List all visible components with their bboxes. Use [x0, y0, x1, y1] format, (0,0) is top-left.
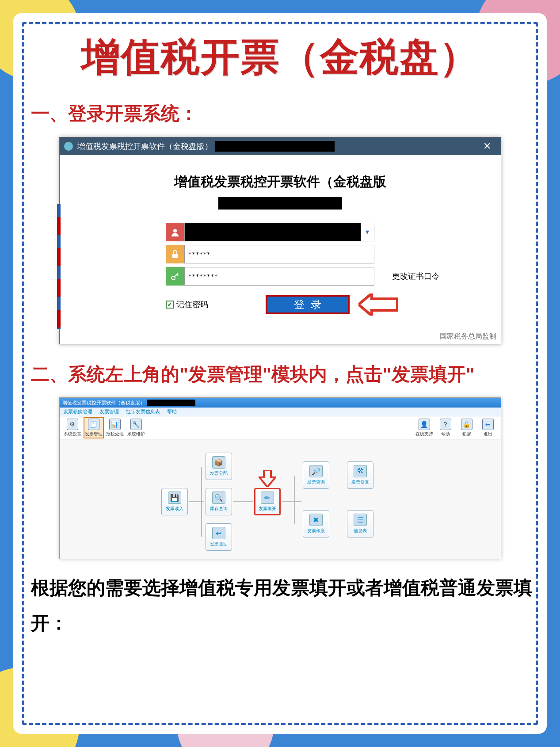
node-invoice-void[interactable]: ✖发票作废 — [303, 510, 329, 537]
node-invoice-query[interactable]: 🔎发票查询 — [303, 461, 329, 489]
password-row — [166, 245, 488, 263]
node-invoice-fill[interactable]: ✏发票填开 — [254, 488, 281, 515]
node-invoice-dist[interactable]: 📦发票分配 — [206, 453, 232, 480]
toolbar-system-maint[interactable]: 🔧系统维护 — [126, 417, 146, 438]
lock-icon — [166, 245, 184, 263]
menu-item[interactable]: 帮助 — [167, 408, 177, 415]
key-icon — [166, 267, 184, 286]
toolbar-help[interactable]: ?帮助 — [435, 417, 456, 438]
module-window: 增值税发票税控开票软件（金税盘版） 发票领购管理 发票管理 红字发票信息表 帮助… — [59, 397, 501, 559]
arrow-left-icon — [358, 293, 398, 316]
redacted-block — [215, 141, 335, 152]
svg-point-0 — [173, 229, 177, 232]
redacted-block — [147, 400, 195, 406]
cert-input[interactable] — [184, 267, 374, 286]
window-title: 增值税发票税控开票软件（金税盘版） — [77, 141, 213, 152]
module-canvas: 💾发票读入 📦发票分配 🔍库存查询 ↩发票退回 ✏发票填开 🔎发票查询 ✖发票作… — [60, 439, 501, 559]
redacted-block — [218, 197, 342, 210]
window-titlebar: 增值税发票税控开票软件（金税盘版） ✕ — [60, 137, 501, 155]
node-invoice-return[interactable]: ↩发票退回 — [206, 523, 232, 551]
close-icon[interactable]: ✕ — [478, 141, 496, 152]
toolbar-system-settings[interactable]: ⚙系统设置 — [62, 417, 83, 438]
arrow-down-icon — [259, 470, 276, 487]
svg-point-2 — [171, 276, 175, 280]
cert-row: 更改证书口令 — [166, 267, 488, 286]
toolbar-invoice-manage[interactable]: 🧾发票管理 — [84, 417, 104, 438]
username-row: ▾ — [166, 223, 488, 241]
module-menu: 发票领购管理 发票管理 红字发票信息表 帮助 — [60, 408, 501, 416]
menu-item[interactable]: 发票管理 — [99, 408, 119, 415]
change-cert-link[interactable]: 更改证书口令 — [392, 271, 440, 282]
node-invoice-repair[interactable]: 🛠发票修复 — [347, 461, 373, 489]
node-info-table[interactable]: ☰信息表 — [347, 510, 373, 537]
password-input[interactable] — [184, 245, 374, 263]
module-toolbar: ⚙系统设置 🧾发票管理 📊报税处理 🔧系统维护 👤在线支持 ?帮助 🔒锁屏 ⬅退… — [60, 416, 501, 439]
user-icon — [166, 223, 184, 241]
menu-item[interactable]: 红字发票信息表 — [126, 408, 160, 415]
section-heading-1: 一、登录开票系统： — [31, 97, 533, 130]
toolbar-tax-process[interactable]: 📊报税处理 — [105, 417, 125, 438]
footer-note: 国家税务总局监制 — [60, 329, 501, 344]
section-heading-2: 二、系统左上角的"发票管理"模块内，点击"发票填开" — [31, 358, 533, 391]
decor-strip — [57, 204, 61, 329]
remember-label: 记住密码 — [176, 299, 208, 310]
module-title: 增值税发票税控开票软件（金税盘版） — [62, 400, 145, 406]
login-window: 增值税发票税控开票软件（金税盘版） ✕ 增值税发票税控开票软件（金税盘版 ▾ — [59, 137, 501, 344]
content-card: 增值税开票（金税盘） 一、登录开票系统： 增值税发票税控开票软件（金税盘版） ✕… — [13, 13, 547, 734]
app-logo-icon — [64, 142, 73, 151]
remember-checkbox[interactable]: ✔ — [166, 301, 174, 309]
login-button[interactable]: 登录 — [266, 295, 350, 314]
toolbar-lock[interactable]: 🔒锁屏 — [457, 417, 477, 438]
toolbar-exit[interactable]: ⬅退出 — [478, 417, 498, 438]
node-invoice-read[interactable]: 💾发票读入 — [161, 488, 188, 515]
username-input[interactable] — [184, 223, 361, 241]
dropdown-icon[interactable]: ▾ — [361, 223, 374, 241]
menu-item[interactable]: 发票领购管理 — [63, 408, 92, 415]
node-stock-query[interactable]: 🔍库存查询 — [206, 488, 232, 515]
body-paragraph: 根据您的需要选择增值税专用发票填开或者增值税普通发票填开： — [31, 570, 533, 641]
toolbar-online-support[interactable]: 👤在线支持 — [414, 417, 434, 438]
svg-rect-1 — [172, 254, 178, 258]
page-title: 增值税开票（金税盘） — [27, 31, 533, 84]
login-heading: 增值税发票税控开票软件（金税盘版 — [73, 173, 488, 191]
module-titlebar: 增值税发票税控开票软件（金税盘版） — [60, 398, 501, 408]
